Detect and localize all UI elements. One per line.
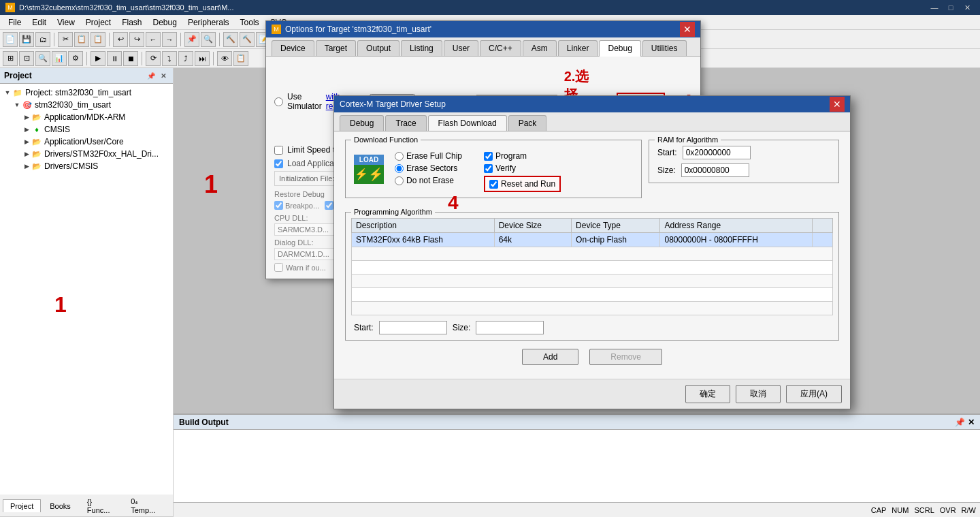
maximize-btn[interactable]: □ <box>943 0 958 15</box>
rebuild-btn[interactable]: 🔨 <box>240 32 255 47</box>
tab-project[interactable]: Project <box>3 499 41 512</box>
cortex-tab-trace[interactable]: Trace <box>385 115 426 131</box>
tree-app-user[interactable]: ▶ 📂 Application/User/Core <box>0 136 173 148</box>
t2-btn3[interactable]: 🔍 <box>35 51 50 66</box>
hal-expand-icon[interactable]: ▶ <box>22 149 31 159</box>
menu-project[interactable]: Project <box>80 16 116 29</box>
target-expand-icon[interactable]: ▼ <box>12 100 22 110</box>
cortex-tab-flash[interactable]: Flash Download <box>428 115 507 131</box>
program-label[interactable]: Program <box>484 151 561 161</box>
menu-file[interactable]: File <box>3 16 27 29</box>
tab-device[interactable]: Device <box>272 40 314 56</box>
tab-target[interactable]: Target <box>316 40 356 56</box>
t2-btn8[interactable]: ⏹ <box>123 51 138 66</box>
build-btn[interactable]: 🔨 <box>223 32 238 47</box>
find-btn[interactable]: 🔍 <box>201 32 216 47</box>
cortex-tab-debug[interactable]: Debug <box>340 115 384 131</box>
t2-btn11[interactable]: ⤴ <box>178 51 193 66</box>
menu-view[interactable]: View <box>52 16 80 29</box>
erase-sectors-label[interactable]: Erase Sectors <box>395 163 462 173</box>
remove-btn[interactable]: Remove <box>589 349 662 365</box>
tree-app-mdk[interactable]: ▶ 📂 Application/MDK-ARM <box>0 111 173 123</box>
open-btn[interactable]: 🗂 <box>35 32 50 47</box>
erase-sectors-radio[interactable] <box>395 164 404 173</box>
use-simulator-radio[interactable] <box>274 97 283 106</box>
paste-btn[interactable]: 📋 <box>91 32 105 47</box>
ram-size-input[interactable] <box>681 163 749 177</box>
bookmark-btn[interactable]: 📌 <box>184 32 199 47</box>
ok-btn[interactable]: 确定 <box>685 385 730 403</box>
tree-target[interactable]: ▼ 🎯 stm32f030_tim_usart <box>0 99 173 111</box>
verify-label[interactable]: Verify <box>484 163 561 173</box>
tab-asm[interactable]: Asm <box>523 40 557 56</box>
tab-user[interactable]: User <box>444 40 478 56</box>
apply-btn[interactable]: 应用(A) <box>786 385 842 403</box>
t2-btn9[interactable]: ⟳ <box>146 51 161 66</box>
bottom-size-input[interactable] <box>476 321 544 334</box>
erase-full-label[interactable]: Erase Full Chip <box>395 151 462 161</box>
tree-hal-drv[interactable]: ▶ 📂 Drivers/STM32F0xx_HAL_Dri... <box>0 148 173 160</box>
tab-func[interactable]: {} Func... <box>80 495 122 516</box>
back-btn[interactable]: ← <box>146 32 161 47</box>
do-not-erase-radio[interactable] <box>395 176 404 185</box>
t2-btn7[interactable]: ⏸ <box>107 51 122 66</box>
menu-peripherals[interactable]: Peripherals <box>182 16 235 29</box>
ram-start-input[interactable] <box>683 146 751 159</box>
menu-edit[interactable]: Edit <box>27 16 52 29</box>
close-btn[interactable]: ✕ <box>960 0 975 15</box>
prog-row-1[interactable]: STM32F0xx 64kB Flash 64k On-chip Flash 0… <box>352 233 833 247</box>
cortex-close-btn[interactable]: ✕ <box>830 97 845 112</box>
program-checkbox[interactable] <box>484 152 493 161</box>
load-app-checkbox[interactable] <box>274 159 283 168</box>
build-output-close[interactable]: ✕ <box>968 418 975 427</box>
dcmsis-expand-icon[interactable]: ▶ <box>22 161 31 171</box>
tab-output[interactable]: Output <box>357 40 399 56</box>
menu-debug[interactable]: Debug <box>148 16 182 29</box>
cortex-tab-pack[interactable]: Pack <box>508 115 547 131</box>
options-dialog-close[interactable]: ✕ <box>680 22 695 37</box>
t2-btn2[interactable]: ⊡ <box>19 51 34 66</box>
tab-listing[interactable]: Listing <box>401 40 442 56</box>
do-not-erase-label[interactable]: Do not Erase <box>395 176 462 185</box>
t2-btn10[interactable]: ⤵ <box>162 51 177 66</box>
save-btn[interactable]: 💾 <box>19 32 34 47</box>
redo-btn[interactable]: ↪ <box>129 32 144 47</box>
minimize-btn[interactable]: — <box>927 0 942 15</box>
t2-btn6[interactable]: ▶ <box>91 51 105 66</box>
t2-btn5[interactable]: ⚙ <box>68 51 83 66</box>
tree-cmsis[interactable]: ▶ ♦ CMSIS <box>0 123 173 136</box>
panel-pin-icon[interactable]: 📌 <box>146 70 157 81</box>
forward-btn[interactable]: → <box>162 32 177 47</box>
cmsis-expand-icon[interactable]: ▶ <box>22 125 31 134</box>
undo-btn[interactable]: ↩ <box>113 32 128 47</box>
reset-run-checkbox[interactable] <box>489 180 498 189</box>
t2-btn12[interactable]: ⏭ <box>195 51 210 66</box>
copy-btn[interactable]: 📋 <box>74 32 89 47</box>
t2-btn1[interactable]: ⊞ <box>3 51 18 66</box>
erase-full-radio[interactable] <box>395 152 404 161</box>
root-expand-icon[interactable]: ▼ <box>3 88 12 97</box>
add-btn[interactable]: Add <box>522 349 578 365</box>
verify-checkbox[interactable] <box>484 164 493 173</box>
cut-btn[interactable]: ✂ <box>58 32 73 47</box>
tab-debug[interactable]: Debug <box>599 40 640 57</box>
t2-btn4[interactable]: 📊 <box>52 51 67 66</box>
tab-utilities[interactable]: Utilities <box>642 40 687 56</box>
tab-cpp[interactable]: C/C++ <box>480 40 521 56</box>
tree-root[interactable]: ▼ 📁 Project: stm32f030_tim_usart <box>0 87 173 99</box>
new-btn[interactable]: 📄 <box>3 32 18 47</box>
menu-flash[interactable]: Flash <box>116 16 147 29</box>
t2-btn13[interactable]: 👁 <box>217 51 232 66</box>
build-output-pin[interactable]: 📌 <box>955 418 965 427</box>
app-mdk-expand-icon[interactable]: ▶ <box>22 112 31 122</box>
tab-linker[interactable]: Linker <box>558 40 598 56</box>
tree-drivers-cmsis[interactable]: ▶ 📂 Drivers/CMSIS <box>0 160 173 172</box>
limit-speed-checkbox[interactable] <box>274 146 283 155</box>
panel-close-icon[interactable]: ✕ <box>158 70 169 81</box>
menu-tools[interactable]: Tools <box>235 16 265 29</box>
t2-btn14[interactable]: 📋 <box>233 51 248 66</box>
tab-temp[interactable]: 0₄ Temp... <box>123 495 169 516</box>
tab-books[interactable]: Books <box>42 499 78 512</box>
bottom-start-input[interactable] <box>379 321 447 334</box>
app-user-expand-icon[interactable]: ▶ <box>22 137 31 146</box>
